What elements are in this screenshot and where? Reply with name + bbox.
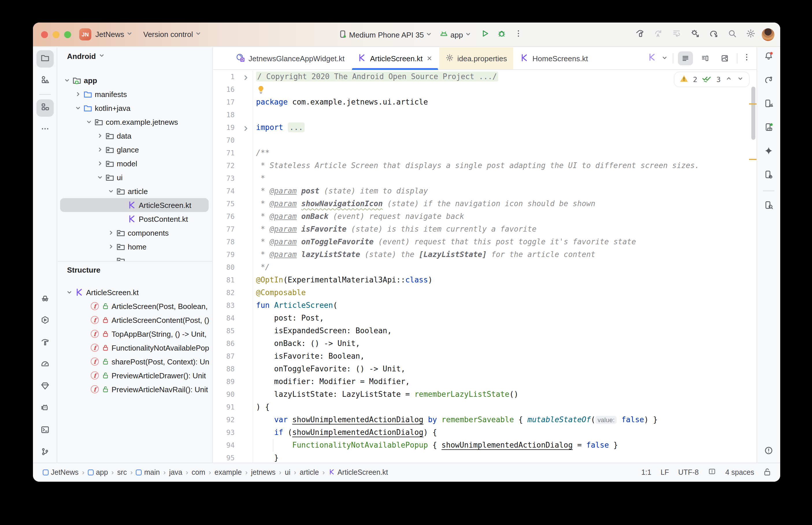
more-run-options-button[interactable] — [511, 27, 525, 42]
line-number[interactable]: 74 — [213, 185, 235, 197]
breadcrumb-JetNews[interactable]: JetNews — [43, 468, 78, 477]
line-number[interactable]: 18 — [213, 109, 235, 121]
tab-HomeScreens.kt[interactable]: HomeScreens.kt — [514, 47, 594, 69]
tool-window-services-button[interactable] — [36, 313, 54, 330]
code-line[interactable]: 93 if (showUnimplementedActionDialog) { — [213, 426, 751, 439]
code-line[interactable]: 84 post: Post, — [213, 312, 751, 325]
tool-window-app-quality-insights-button[interactable] — [36, 378, 54, 396]
tree-item-clipped[interactable] — [58, 254, 212, 261]
structure-item-4[interactable]: f FunctionalityNotAvailablePop — [58, 341, 212, 355]
caret-position[interactable]: 1:1 — [641, 468, 651, 477]
minimize-window-button[interactable] — [53, 31, 60, 38]
structure-item-3[interactable]: f TopAppBar(String, () -> Unit, — [58, 327, 212, 341]
zoom-window-button[interactable] — [64, 31, 71, 38]
tool-window-notifications-button[interactable] — [760, 48, 777, 66]
tool-window-version-control-button[interactable] — [36, 444, 54, 462]
run-configuration-selector[interactable]: app — [440, 29, 472, 40]
line-number[interactable]: 83 — [213, 299, 235, 312]
code-line[interactable]: 95 } — [213, 452, 751, 463]
breadcrumb-article[interactable]: article — [300, 468, 319, 477]
code-line[interactable]: 92 var showUnimplementedActionDialog by … — [213, 414, 751, 426]
line-number[interactable]: 75 — [213, 197, 235, 210]
code-line[interactable]: 88 onToggleFavorite: () -> Unit, — [213, 363, 751, 375]
breadcrumb-main[interactable]: main — [136, 468, 160, 477]
line-number[interactable]: 81 — [213, 274, 235, 286]
fold-arrow-icon[interactable] — [242, 124, 250, 132]
line-number[interactable]: 91 — [213, 401, 235, 414]
device-selector[interactable]: Medium Phone API 35 — [338, 29, 432, 40]
close-window-button[interactable] — [41, 31, 48, 38]
code-line[interactable]: 71/** — [213, 147, 751, 160]
tool-window-gemini-button[interactable] — [760, 143, 777, 161]
view-design-button[interactable] — [717, 51, 732, 65]
tree-item-kotlin+java[interactable]: kotlin+java — [58, 101, 212, 115]
chevron-down-icon[interactable] — [84, 118, 93, 126]
tool-window-logcat-button[interactable] — [36, 400, 54, 418]
tree-item-ui[interactable]: ui — [58, 170, 212, 184]
line-number[interactable]: 87 — [213, 350, 235, 363]
sync-disabled-button[interactable] — [651, 27, 665, 42]
breadcrumb-ui[interactable]: ui — [285, 468, 291, 477]
line-number[interactable]: 70 — [213, 134, 235, 147]
code-line[interactable]: 91) { — [213, 401, 751, 414]
line-number[interactable]: 92 — [213, 414, 235, 426]
code-line[interactable]: 83fun ArticleScreen( — [213, 299, 751, 312]
code-line[interactable]: 87 isFavorite: Boolean, — [213, 350, 751, 363]
code-line[interactable]: 1/ Copyright 2020 The Android Open Sourc… — [213, 71, 751, 83]
tree-item-components[interactable]: components — [58, 226, 212, 240]
line-number[interactable]: 72 — [213, 160, 235, 172]
line-number[interactable]: 93 — [213, 426, 235, 439]
tree-item-app[interactable]: app — [58, 73, 212, 87]
kotlin-file-icon[interactable] — [647, 52, 656, 64]
view-code-button[interactable] — [678, 51, 693, 65]
code-line[interactable]: 82@Composable — [213, 286, 751, 299]
tool-window-terminal-button[interactable] — [36, 422, 54, 439]
code-line[interactable]: 79 * @param lazyListState (state) the [L… — [213, 248, 751, 261]
line-number[interactable]: 82 — [213, 286, 235, 299]
line-number[interactable]: 94 — [213, 439, 235, 452]
line-number[interactable]: 71 — [213, 147, 235, 160]
code-line[interactable]: 89 modifier: Modifier = Modifier, — [213, 375, 751, 388]
code-line[interactable]: 16 — [213, 83, 751, 96]
code-line[interactable]: 73 * — [213, 172, 751, 185]
line-number[interactable]: 90 — [213, 388, 235, 401]
tree-item-data[interactable]: data — [58, 129, 212, 142]
tab-JetnewsGlanceAppWidget.kt[interactable]: JetnewsGlanceAppWidget.kt — [230, 47, 351, 69]
code-line[interactable]: 86 onBack: () -> Unit, — [213, 337, 751, 350]
debug-button[interactable] — [494, 27, 508, 42]
version-control-menu[interactable]: Version control — [143, 30, 202, 39]
code-line[interactable]: 77 * @param isFavorite (state) is this i… — [213, 223, 751, 236]
breadcrumb-ArticleScreen.kt[interactable]: ArticleScreen.kt — [328, 468, 388, 477]
tool-window-problems-button[interactable] — [760, 443, 777, 460]
gradle-sync-button[interactable] — [706, 27, 721, 42]
fold-arrow-icon[interactable] — [242, 73, 250, 81]
tool-window-incognito-button[interactable] — [36, 290, 54, 308]
tool-window-structure-button[interactable] — [36, 99, 54, 117]
close-tab-icon[interactable] — [426, 55, 433, 62]
line-number[interactable]: 85 — [213, 325, 235, 337]
encoding[interactable]: UTF-8 — [678, 468, 699, 477]
tool-window-device-explorer-button[interactable] — [760, 197, 777, 215]
chevron-right-icon[interactable] — [95, 145, 104, 154]
rollback-disabled-button[interactable] — [669, 27, 684, 42]
tool-window-commit-button[interactable] — [36, 72, 54, 90]
scrollbar-thumb[interactable] — [751, 87, 755, 140]
code-line[interactable]: 18 — [213, 109, 751, 121]
tree-item-manifests[interactable]: manifests — [58, 87, 212, 101]
structure-root-ArticleScreen.kt[interactable]: ArticleScreen.kt — [58, 285, 212, 299]
chevron-down-icon[interactable] — [62, 76, 71, 85]
line-ending[interactable]: LF — [661, 468, 669, 477]
chevron-right-icon[interactable] — [106, 242, 115, 251]
code-line[interactable]: 81@OptIn(ExperimentalMaterial3Api::class… — [213, 274, 751, 286]
tool-window-more-tool-windows-button[interactable] — [36, 121, 54, 139]
line-number[interactable]: 16 — [213, 83, 235, 96]
tool-window-build-button[interactable] — [36, 334, 54, 352]
tool-window-profiler-button[interactable] — [36, 356, 54, 374]
project-menu[interactable]: JetNews — [95, 30, 133, 39]
tab-options-kebab-icon[interactable] — [742, 52, 751, 64]
tool-window-running-devices-button[interactable] — [760, 120, 777, 137]
chevron-down-icon[interactable] — [95, 173, 104, 182]
tree-item-model[interactable]: model — [58, 156, 212, 170]
line-number[interactable]: 95 — [213, 452, 235, 463]
breadcrumb-com[interactable]: com — [192, 468, 205, 477]
